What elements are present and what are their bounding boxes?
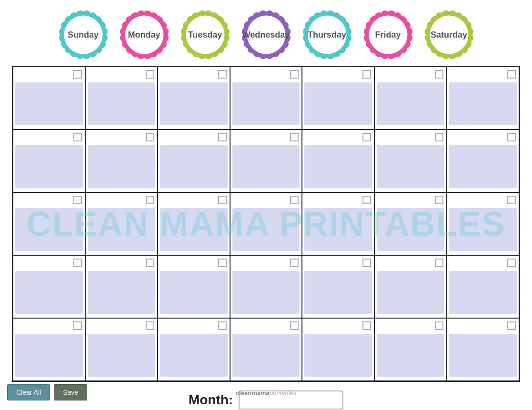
cell-checkbox[interactable] [507, 133, 516, 141]
cell-content-area [15, 145, 83, 188]
day-circle-sunday: Sunday [57, 9, 110, 61]
day-circle-thursday: Thursday [301, 9, 353, 61]
cell-checkbox[interactable] [290, 259, 299, 267]
cell-checkbox[interactable] [362, 133, 371, 141]
cell-checkbox[interactable] [146, 133, 154, 141]
cell-content-area [449, 334, 517, 377]
cell-content-area [15, 334, 83, 377]
calendar-cell [231, 67, 303, 129]
calendar-cell [86, 67, 158, 129]
calendar-cell [447, 319, 519, 380]
calendar-row [13, 193, 519, 256]
cell-content-area [232, 145, 300, 188]
cell-content-area [15, 82, 83, 125]
clear-all-button[interactable]: Clear All [7, 384, 50, 400]
cell-checkbox[interactable] [146, 259, 154, 267]
calendar-cell [375, 193, 447, 255]
footer-brand2: printables [270, 390, 296, 397]
day-label: Monday [128, 30, 160, 40]
cell-content-area [449, 145, 517, 188]
cell-checkbox[interactable] [290, 321, 299, 330]
cell-checkbox[interactable] [435, 70, 443, 79]
cell-content-area [232, 271, 300, 314]
calendar-cell [13, 256, 86, 318]
calendar-cell [375, 319, 447, 380]
save-button[interactable]: Save [54, 384, 87, 400]
calendar-cell [231, 193, 303, 255]
cell-checkbox[interactable] [290, 196, 299, 204]
cell-content-area [449, 208, 517, 251]
cell-checkbox[interactable] [435, 259, 443, 267]
cell-content-area [304, 208, 372, 251]
cell-checkbox[interactable] [507, 259, 516, 267]
calendar-row [13, 67, 519, 130]
cell-checkbox[interactable] [218, 259, 227, 267]
day-label: Wednesday [242, 30, 290, 40]
cell-content-area [232, 208, 300, 251]
calendar-row [13, 256, 519, 319]
cell-content-area [377, 145, 444, 188]
calendar-cell [375, 256, 447, 318]
cell-checkbox[interactable] [290, 70, 299, 79]
cell-checkbox[interactable] [362, 196, 371, 204]
cell-checkbox[interactable] [146, 70, 154, 79]
day-label: Saturday [431, 30, 467, 40]
footer: cleanmamaprintables [236, 390, 296, 397]
cell-checkbox[interactable] [218, 196, 227, 204]
cell-content-area [88, 334, 155, 377]
cell-content-area [88, 208, 155, 251]
cell-checkbox[interactable] [362, 321, 371, 330]
calendar-row [13, 130, 519, 193]
cell-checkbox[interactable] [362, 259, 371, 267]
cell-checkbox[interactable] [507, 196, 516, 204]
cell-checkbox[interactable] [362, 70, 371, 79]
calendar-cell [86, 130, 158, 192]
cell-checkbox[interactable] [218, 133, 227, 141]
calendar-cell [447, 193, 519, 255]
calendar-cell [13, 67, 86, 129]
calendar-cell [13, 319, 86, 380]
cell-checkbox[interactable] [435, 196, 443, 204]
cell-content-area [88, 145, 155, 188]
cell-content-area [449, 271, 517, 314]
calendar-cell [86, 319, 158, 380]
cell-checkbox[interactable] [290, 133, 299, 141]
calendar-cell [13, 130, 86, 192]
cell-content-area [304, 145, 372, 188]
cell-checkbox[interactable] [507, 70, 516, 79]
calendar-cell [86, 193, 158, 255]
cell-checkbox[interactable] [73, 259, 82, 267]
cell-checkbox[interactable] [435, 321, 443, 330]
day-label: Tuesday [188, 30, 222, 40]
cell-content-area [15, 271, 83, 314]
cell-checkbox[interactable] [218, 70, 227, 79]
calendar-row [13, 319, 519, 380]
day-circle-friday: Friday [362, 9, 414, 61]
cell-content-area [304, 82, 372, 125]
calendar-cell [231, 130, 303, 192]
cell-content-area [304, 334, 372, 377]
calendar-cell [231, 319, 303, 380]
cell-content-area [377, 208, 444, 251]
cell-checkbox[interactable] [146, 321, 154, 330]
calendar-cell [231, 256, 303, 318]
day-label: Sunday [68, 30, 99, 40]
cell-checkbox[interactable] [507, 321, 516, 330]
cell-checkbox[interactable] [73, 196, 82, 204]
cell-checkbox[interactable] [435, 133, 443, 141]
cell-checkbox[interactable] [73, 133, 82, 141]
cell-content-area [377, 82, 444, 125]
cell-content-area [15, 208, 83, 251]
day-label: Thursday [308, 30, 346, 40]
cell-checkbox[interactable] [73, 70, 82, 79]
calendar-cell [302, 256, 375, 318]
calendar-cell [86, 256, 158, 318]
cell-content-area [377, 271, 444, 314]
day-label: Friday [375, 30, 401, 40]
cell-checkbox[interactable] [218, 321, 227, 330]
cell-checkbox[interactable] [146, 196, 154, 204]
calendar-cell [447, 256, 519, 318]
cell-content-area [377, 334, 444, 377]
cell-content-area [232, 334, 300, 377]
cell-checkbox[interactable] [73, 321, 82, 330]
